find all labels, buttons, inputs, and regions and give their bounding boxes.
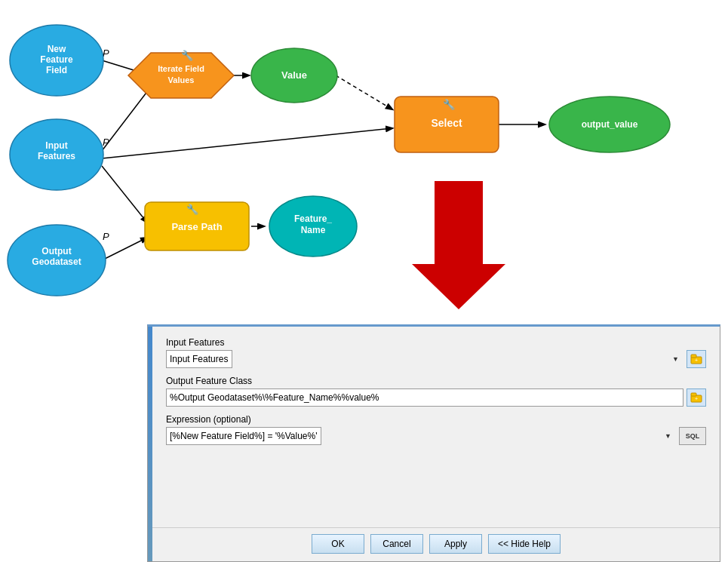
svg-text:Values: Values — [168, 75, 195, 84]
big-red-arrow — [412, 181, 505, 309]
output-feature-class-browse-btn[interactable]: + — [687, 388, 706, 407]
svg-text:Feature: Feature — [40, 54, 73, 65]
svg-line-6 — [102, 166, 147, 223]
expression-group: Expression (optional) [%New Feature Fiel… — [166, 414, 706, 445]
svg-line-3 — [336, 75, 392, 109]
input-features-group: Input Features Input Features + — [166, 337, 706, 368]
diagram-area: P P P New Feature Fi — [0, 0, 728, 324]
dialog-buttons-row: OK Cancel Apply << Hide Help — [152, 527, 720, 561]
svg-text:Parse Path: Parse Path — [171, 221, 222, 232]
input-features-select[interactable]: Input Features — [166, 350, 232, 368]
svg-text:Value: Value — [281, 69, 307, 81]
ok-button[interactable]: OK — [312, 534, 364, 554]
svg-text:Features: Features — [38, 151, 75, 161]
svg-text:Input: Input — [45, 140, 67, 151]
output-feature-class-label: Output Feature Class — [166, 376, 706, 386]
input-features-browse-btn[interactable]: + — [687, 350, 706, 368]
svg-text:🔧: 🔧 — [181, 49, 194, 62]
sql-button[interactable]: SQL — [679, 427, 706, 445]
dialog-window: Input Features Input Features + — [147, 324, 720, 562]
svg-text:+: + — [695, 358, 698, 363]
svg-text:Feature_: Feature_ — [294, 213, 332, 224]
svg-text:New: New — [48, 44, 66, 54]
expression-label: Expression (optional) — [166, 414, 706, 425]
hide-help-button[interactable]: << Hide Help — [488, 534, 561, 554]
expression-select[interactable]: [%New Feature Field%] = '%Value%' — [166, 427, 321, 445]
input-features-label: Input Features — [166, 337, 706, 348]
svg-text:Name: Name — [301, 225, 326, 235]
svg-text:Output: Output — [41, 246, 71, 256]
svg-text:Field: Field — [46, 65, 67, 75]
output-feature-class-group: Output Feature Class + — [166, 376, 706, 407]
svg-text:output_value: output_value — [582, 119, 638, 130]
dialog-left-strip — [148, 327, 152, 561]
svg-text:Geodataset: Geodataset — [32, 256, 81, 267]
output-feature-class-input[interactable] — [166, 388, 683, 407]
apply-button[interactable]: Apply — [429, 534, 482, 554]
p-label-3: P — [103, 231, 109, 242]
svg-line-4 — [102, 128, 392, 158]
svg-text:+: + — [695, 396, 698, 401]
svg-text:🔧: 🔧 — [443, 98, 456, 111]
svg-text:Iterate Field: Iterate Field — [158, 64, 204, 73]
cancel-button[interactable]: Cancel — [370, 534, 423, 554]
svg-text:🔧: 🔧 — [186, 203, 199, 216]
svg-line-1 — [102, 87, 151, 151]
svg-text:Select: Select — [431, 117, 462, 129]
